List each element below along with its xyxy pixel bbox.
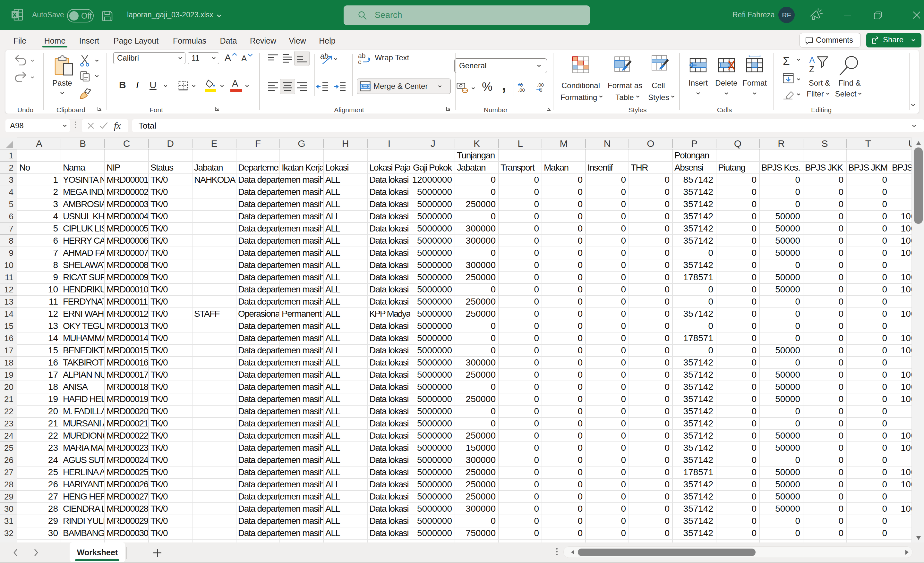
svg-text:ab: ab [320, 52, 328, 60]
svg-text:A: A [809, 56, 815, 65]
svg-text:c: c [358, 58, 362, 64]
svg-text:Z: Z [809, 64, 814, 72]
